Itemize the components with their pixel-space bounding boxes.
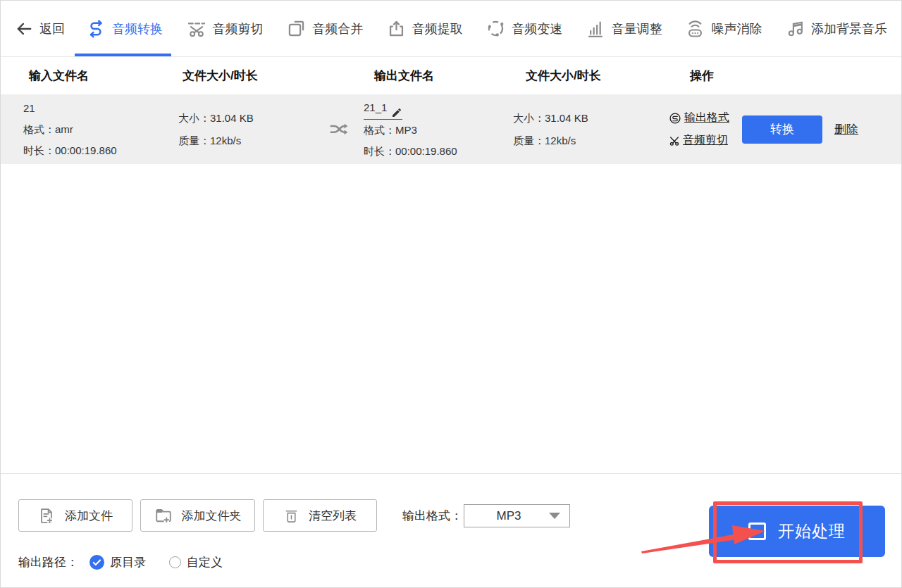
start-square-icon [748, 523, 766, 540]
tab-background-music[interactable]: 添加背景音乐 [786, 1, 887, 56]
audio-extract-icon [387, 19, 406, 38]
table-header: 输入文件名 文件大小/时长 输出文件名 文件大小/时长 操作 [1, 57, 901, 94]
tab-audio-convert[interactable]: 音频转换 [86, 1, 163, 56]
volume-adjust-icon [586, 19, 605, 38]
input-file-duration: 时长：00:00:19.860 [23, 140, 177, 161]
back-arrow-icon [15, 20, 33, 38]
tab-label: 音频提取 [412, 20, 463, 37]
input-file-size: 大小：31.04 KB [178, 107, 314, 130]
clear-list-button[interactable]: 清空列表 [263, 499, 377, 532]
path-option-original[interactable]: 原目录 [89, 554, 146, 570]
shuffle-icon[interactable] [326, 119, 352, 140]
header-input-size-duration: 文件大小/时长 [177, 68, 314, 84]
audio-cut-icon [187, 19, 206, 39]
tab-audio-speed[interactable]: 音频变速 [486, 1, 562, 56]
radio-unchecked-icon [169, 556, 181, 568]
scissors-icon [669, 135, 680, 146]
tab-label: 音频变速 [512, 20, 562, 37]
edit-pencil-icon [391, 107, 402, 118]
audio-toolkit-window: 返回 音频转换 音频剪切 音频合并 [0, 0, 902, 588]
output-file-format: 格式：MP3 [364, 120, 512, 141]
chevron-down-icon [549, 513, 560, 519]
output-path-label: 输出路径： [18, 554, 78, 570]
header-output-filename: 输出文件名 [364, 68, 512, 84]
path-custom-label: 自定义 [187, 554, 223, 570]
footer-panel: 添加文件 添加文件夹 清空列表 输出格式： MP3 [1, 473, 901, 587]
add-folder-label: 添加文件夹 [182, 508, 242, 524]
audio-convert-icon [86, 19, 106, 39]
tab-label: 添加背景音乐 [811, 20, 887, 37]
noise-removal-icon [686, 19, 705, 38]
add-folder-icon [154, 506, 173, 525]
table-row: 21 格式：amr 时长：00:00:19.860 大小：31.04 KB 质量… [1, 94, 901, 164]
radio-checked-icon [89, 555, 104, 570]
tab-noise-removal[interactable]: 噪声消除 [686, 1, 762, 56]
input-file-format: 格式：amr [23, 119, 177, 140]
trash-icon [283, 508, 299, 524]
output-format-dropdown[interactable]: MP3 [464, 504, 570, 527]
tab-audio-merge[interactable]: 音频合并 [287, 1, 363, 56]
tab-label: 音频转换 [112, 20, 163, 37]
output-format-value: MP3 [464, 509, 549, 523]
tab-label: 噪声消除 [711, 20, 762, 37]
swap-cell [314, 119, 364, 140]
tab-label: 音量调整 [612, 20, 662, 37]
audio-speed-icon [486, 19, 505, 38]
header-actions: 操作 [656, 68, 901, 84]
tab-label: 音频剪切 [213, 20, 264, 37]
actions-cell: 输出格式 音频剪切 转换 删除 [656, 111, 901, 148]
back-button[interactable]: 返回 [15, 20, 65, 38]
audio-merge-icon [287, 19, 306, 38]
tab-volume-adjust[interactable]: 音量调整 [586, 1, 662, 56]
audio-cut-link-label: 音频剪切 [683, 133, 728, 148]
clear-list-label: 清空列表 [309, 508, 357, 524]
input-file-quality: 质量：12kb/s [178, 130, 314, 152]
output-format-link-label: 输出格式 [684, 111, 729, 125]
path-option-custom[interactable]: 自定义 [169, 554, 223, 570]
convert-button[interactable]: 转换 [742, 115, 822, 144]
tab-audio-extract[interactable]: 音频提取 [387, 1, 463, 56]
add-folder-button[interactable]: 添加文件夹 [140, 499, 255, 532]
header-output-size-duration: 文件大小/时长 [512, 68, 656, 84]
output-file-quality: 质量：12kb/s [513, 130, 656, 152]
toolbar: 返回 音频转换 音频剪切 音频合并 [1, 1, 901, 57]
output-format-link[interactable]: 输出格式 [669, 111, 729, 125]
delete-link[interactable]: 删除 [834, 121, 858, 137]
tab-audio-cut[interactable]: 音频剪切 [187, 1, 264, 56]
tab-bar: 音频转换 音频剪切 音频合并 音频提取 [86, 1, 887, 56]
start-processing-button[interactable]: 开始处理 [709, 506, 885, 557]
format-circle-icon [669, 112, 681, 125]
add-file-label: 添加文件 [65, 508, 113, 524]
output-path-row: 输出路径： 原目录 自定义 [18, 554, 223, 570]
output-size-cell: 大小：31.04 KB 质量：12kb/s [512, 107, 656, 152]
audio-cut-link[interactable]: 音频剪切 [669, 133, 729, 148]
tab-label: 音频合并 [312, 20, 363, 37]
start-processing-label: 开始处理 [778, 520, 846, 542]
output-format-label: 输出格式： [402, 508, 462, 524]
add-file-icon [38, 507, 56, 525]
background-music-icon [786, 19, 805, 38]
add-file-button[interactable]: 添加文件 [18, 499, 132, 532]
input-size-cell: 大小：31.04 KB 质量：12kb/s [177, 107, 314, 152]
header-input-filename: 输入文件名 [1, 68, 177, 84]
output-file-name-edit[interactable]: 21_1 [364, 97, 402, 120]
output-file-cell: 21_1 格式：MP3 时长：00:00:19.860 [364, 97, 512, 162]
input-file-cell: 21 格式：amr 时长：00:00:19.860 [1, 98, 177, 161]
output-file-duration: 时长：00:00:19.860 [364, 141, 512, 162]
input-file-name: 21 [23, 98, 177, 119]
output-file-size: 大小：31.04 KB [513, 107, 656, 130]
output-file-name: 21_1 [364, 97, 387, 118]
path-original-label: 原目录 [110, 554, 146, 570]
file-list-empty-area [1, 164, 901, 473]
output-format-group: 输出格式： MP3 [402, 504, 570, 527]
back-label: 返回 [39, 20, 65, 37]
